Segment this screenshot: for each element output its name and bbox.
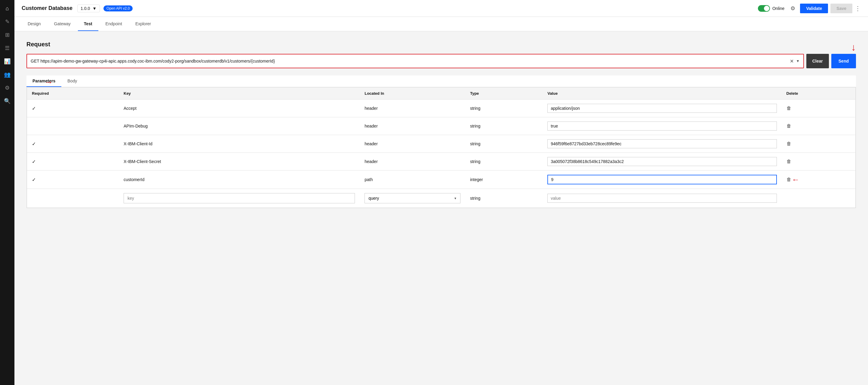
main-tabs: Design Gateway Test Endpoint Explorer [14, 17, 868, 31]
annotation-arrow-params: ← [44, 78, 53, 88]
check-icon: ✓ [32, 159, 36, 164]
required-cell-new [27, 189, 119, 208]
value-input[interactable] [548, 104, 777, 113]
url-input-wrapper: ✕ ▼ [27, 54, 804, 68]
delete-icon[interactable]: 🗑 [786, 123, 791, 128]
required-cell: ✓ [27, 135, 119, 153]
col-key: Key [119, 88, 360, 100]
annotation-arrow-down: ↓ [851, 42, 856, 53]
url-bar-container: ↓ ✕ ▼ Clear Send [27, 54, 856, 68]
type-cell: integer [465, 170, 542, 189]
edit-icon[interactable]: ✎ [1, 15, 13, 28]
main-content: Customer Database 1.0.0 ▼ Open API v2.0 … [14, 0, 868, 385]
delete-cell: 🗑 [782, 100, 856, 117]
annotation-arrow-customerid: ← [792, 175, 800, 184]
required-cell [27, 117, 119, 135]
save-button[interactable]: Save [830, 4, 852, 13]
delete-icon[interactable]: 🗑 [786, 105, 791, 111]
sub-tab-body[interactable]: Body [61, 75, 83, 87]
version-value: 1.0.0 [81, 6, 90, 11]
version-chevron-icon: ▼ [92, 6, 97, 11]
url-clear-x-icon[interactable]: ✕ [790, 58, 794, 64]
tab-endpoint[interactable]: Endpoint [99, 17, 128, 31]
value-cell [542, 153, 781, 170]
col-located-in: Located In [360, 88, 465, 100]
delete-icon[interactable]: 🗑 [786, 159, 791, 164]
tab-explorer[interactable]: Explorer [129, 17, 157, 31]
table-row: ✓ customerId path integer ← 🗑 [27, 170, 856, 189]
url-input[interactable] [31, 59, 787, 63]
value-input[interactable] [548, 139, 777, 148]
params-table-section: Required Key Located In Type Value Delet… [27, 87, 856, 208]
type-cell: string [465, 153, 542, 170]
sub-tab-parameters[interactable]: Parameters [27, 75, 61, 87]
required-cell: ✓ [27, 100, 119, 117]
online-label: Online [772, 6, 784, 11]
send-button[interactable]: Send [831, 54, 856, 68]
settings-gear-icon[interactable]: ⚙ [790, 5, 795, 12]
key-cell-new [119, 189, 360, 208]
located-in-cell: header [360, 117, 465, 135]
online-toggle[interactable]: Online [758, 5, 784, 12]
content-area: Request ↓ ✕ ▼ Clear Send ← Parameters Bo [14, 31, 868, 385]
new-value-input[interactable] [548, 194, 777, 203]
value-cell [542, 135, 781, 153]
type-cell: string [465, 100, 542, 117]
located-in-cell: path [360, 170, 465, 189]
list-icon[interactable]: ☰ [1, 42, 13, 54]
grid-icon[interactable]: ⊞ [1, 29, 13, 41]
delete-cell: 🗑 [782, 135, 856, 153]
located-in-select[interactable]: query header path [365, 193, 461, 203]
check-icon: ✓ [32, 141, 36, 147]
customerid-value-input[interactable] [548, 175, 777, 184]
key-cell: X-IBM-Client-Id [119, 135, 360, 153]
table-row: ✓ X-IBM-Client-Id header string 🗑 [27, 135, 856, 153]
key-cell: APIm-Debug [119, 117, 360, 135]
tab-gateway[interactable]: Gateway [48, 17, 77, 31]
value-cell [542, 100, 781, 117]
app-title: Customer Database [22, 5, 72, 11]
required-cell: ✓ [27, 153, 119, 170]
col-type: Type [465, 88, 542, 100]
params-table: Required Key Located In Type Value Delet… [27, 87, 856, 208]
delete-cell: 🗑 [782, 117, 856, 135]
tab-test[interactable]: Test [78, 17, 98, 31]
online-toggle-switch[interactable] [758, 5, 770, 12]
table-row: ✓ X-IBM-Client-Secret header string 🗑 [27, 153, 856, 170]
section-title: Request [27, 41, 856, 48]
type-cell: string [465, 117, 542, 135]
delete-icon[interactable]: 🗑 [786, 141, 791, 146]
home-icon[interactable]: ⌂ [1, 2, 13, 14]
params-section: ← Parameters Body Required Key Located I… [27, 75, 856, 208]
tab-design[interactable]: Design [22, 17, 47, 31]
search-icon[interactable]: 🔍 [1, 95, 13, 107]
validate-button[interactable]: Validate [800, 4, 828, 13]
check-icon: ✓ [32, 106, 36, 111]
check-icon: ✓ [32, 177, 36, 182]
value-cell-new [542, 189, 781, 208]
value-cell [542, 117, 781, 135]
key-cell: X-IBM-Client-Secret [119, 153, 360, 170]
more-options-icon[interactable]: ⋮ [855, 5, 861, 12]
value-input[interactable] [548, 157, 777, 166]
version-selector[interactable]: 1.0.0 ▼ [77, 4, 100, 12]
table-row: ✓ Accept header string 🗑 [27, 100, 856, 117]
users-icon[interactable]: 👥 [1, 69, 13, 81]
sidebar: ⌂ ✎ ⊞ ☰ 📊 👥 ⚙ 🔍 [0, 0, 14, 385]
sub-tabs: Parameters Body [27, 75, 856, 87]
clear-button[interactable]: Clear [806, 54, 829, 68]
type-cell: string [465, 135, 542, 153]
delete-icon[interactable]: 🗑 [786, 177, 791, 182]
url-dropdown-icon[interactable]: ▼ [796, 59, 800, 63]
table-row-new: query header path string [27, 189, 856, 208]
header: Customer Database 1.0.0 ▼ Open API v2.0 … [14, 0, 868, 17]
located-in-cell: header [360, 153, 465, 170]
key-cell: customerId [119, 170, 360, 189]
new-key-input[interactable] [124, 193, 355, 203]
type-cell-new: string [465, 189, 542, 208]
delete-cell-new [782, 189, 856, 208]
settings-icon[interactable]: ⚙ [1, 82, 13, 94]
table-row: APIm-Debug header string 🗑 [27, 117, 856, 135]
chart-icon[interactable]: 📊 [1, 55, 13, 67]
value-input[interactable] [548, 122, 777, 131]
